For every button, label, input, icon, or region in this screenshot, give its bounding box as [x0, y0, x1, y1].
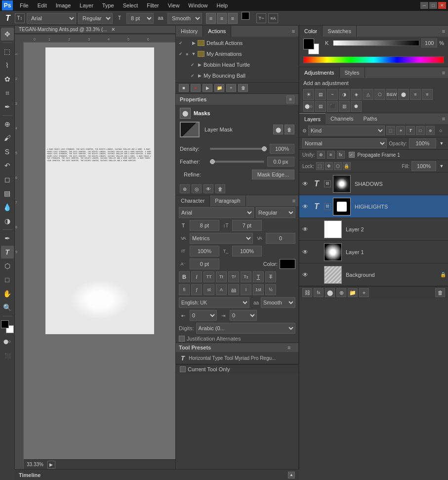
- tool-preset-item[interactable]: T Horizontal Type Tool Myriad Pro Regu..…: [176, 352, 298, 364]
- adj-invert-btn[interactable]: ⬤○: [303, 101, 314, 112]
- layer2-eye[interactable]: 👁: [301, 225, 309, 233]
- mask-edge-btn[interactable]: Mask Edge...: [252, 170, 294, 179]
- action-expand-4[interactable]: ▶: [197, 73, 203, 79]
- new-set-btn[interactable]: 📁: [214, 84, 224, 92]
- justification-check[interactable]: [179, 336, 185, 342]
- opacity-dropdown[interactable]: ▼: [438, 140, 445, 147]
- caps-btn[interactable]: I: [241, 284, 251, 295]
- scale-h-input[interactable]: 100%: [232, 246, 262, 257]
- screen-mode-btn[interactable]: ⬛: [1, 349, 14, 362]
- lock-move-btn[interactable]: ✥: [325, 162, 333, 170]
- lock-artboard-btn[interactable]: ⬡: [334, 162, 342, 170]
- color-swatch[interactable]: [242, 12, 254, 25]
- lasso-tool[interactable]: ⌇: [1, 59, 14, 72]
- adjustments-tab[interactable]: Adjustments: [299, 67, 340, 78]
- tool-presets-menu[interactable]: ≡: [287, 345, 295, 350]
- adj-channelmixer-btn[interactable]: ≡: [410, 89, 421, 100]
- path-select-tool[interactable]: ⬡: [1, 260, 14, 272]
- canvas-content[interactable]: A BABY MAKES LOVE STRONGER, THE DAYS SHO…: [24, 43, 175, 459]
- bobbin-head-row[interactable]: ✓ ▶ Bobbin Head Turtle: [176, 59, 298, 70]
- add-mask-btn[interactable]: ⬤: [325, 288, 335, 297]
- adj-bw-btn[interactable]: B&W: [386, 89, 397, 100]
- close-button[interactable]: ✕: [438, 2, 446, 9]
- shadows-eye[interactable]: 👁: [301, 180, 309, 188]
- adj-posterize-btn[interactable]: ▤: [315, 101, 326, 112]
- filter-shape-icon[interactable]: □: [416, 126, 425, 135]
- density-slider[interactable]: [210, 148, 267, 150]
- action-expand-3[interactable]: ▶: [197, 62, 203, 68]
- adj-selectivecolor-btn[interactable]: ⬟: [351, 101, 362, 112]
- fg-color-display[interactable]: [303, 39, 314, 49]
- layer1-eye[interactable]: 👁: [301, 248, 309, 256]
- new-group-btn[interactable]: 📁: [348, 288, 358, 297]
- indent-select-2[interactable]: 0: [230, 310, 257, 321]
- layers-menu-btn[interactable]: ≡: [439, 116, 448, 122]
- character-tab[interactable]: Character: [176, 195, 210, 206]
- adj-threshold-btn[interactable]: ⬛: [327, 101, 338, 112]
- filter-pixel-icon[interactable]: ⬚: [386, 126, 395, 135]
- st-btn[interactable]: st: [204, 284, 214, 295]
- leading-input[interactable]: 7 pt: [232, 220, 262, 231]
- scale-v-input[interactable]: 100%: [190, 246, 219, 257]
- shadows-layer-row[interactable]: 👁 T ⛓ SHADOWS: [299, 173, 448, 195]
- eyedropper-tool[interactable]: ✒: [1, 100, 14, 113]
- foreground-color-swatch[interactable]: [1, 320, 9, 328]
- char-font-style[interactable]: Regular: [256, 207, 295, 218]
- styles-tab[interactable]: Styles: [340, 67, 365, 78]
- play-btn[interactable]: ▶: [203, 84, 212, 92]
- italic-btn[interactable]: I: [191, 271, 202, 282]
- healing-brush-tool[interactable]: ⊕: [1, 118, 14, 131]
- actions-menu-btn[interactable]: ≡: [288, 26, 298, 36]
- color-menu-btn[interactable]: ≡: [439, 28, 448, 34]
- new-action-btn[interactable]: +: [226, 84, 236, 92]
- layer1-row[interactable]: 👁 Layer 1: [299, 241, 448, 263]
- record-btn[interactable]: ●: [191, 84, 201, 92]
- opacity-value[interactable]: 100%: [409, 138, 436, 148]
- k-value-input[interactable]: [421, 39, 437, 47]
- dodge-tool[interactable]: ◑: [1, 215, 14, 227]
- paths-tab[interactable]: Paths: [359, 113, 382, 124]
- standard-lig-btn[interactable]: ƒ: [191, 284, 202, 295]
- menu-edit[interactable]: Edit: [34, 1, 51, 9]
- my-animations-row[interactable]: ✓ ■ ▼ My Animations: [176, 48, 298, 59]
- unify-style-btn[interactable]: ≡: [327, 151, 335, 159]
- adj-gradientmap-btn[interactable]: ▥: [339, 101, 350, 112]
- delete-action-btn[interactable]: 🗑: [238, 84, 248, 92]
- language-select[interactable]: English: UK: [179, 297, 249, 308]
- action-expand-1[interactable]: ▶: [191, 40, 197, 46]
- strikethrough-btn[interactable]: T: [265, 271, 276, 282]
- properties-menu[interactable]: ≡: [286, 95, 294, 103]
- history-brush-tool[interactable]: ↶: [1, 159, 14, 172]
- swatches-tab[interactable]: Swatches: [323, 26, 357, 37]
- adj-exposure-btn[interactable]: ◑: [339, 89, 350, 100]
- clone-stamp-tool[interactable]: S: [1, 145, 14, 158]
- frac-btn[interactable]: ½: [265, 284, 276, 295]
- filter-select[interactable]: Kind: [308, 126, 385, 135]
- indent-select-1[interactable]: 0: [190, 310, 217, 321]
- adj-menu-btn[interactable]: ≡: [439, 70, 448, 76]
- minimize-button[interactable]: ─: [420, 2, 428, 9]
- font-family-select[interactable]: Arial: [27, 13, 76, 24]
- menu-window[interactable]: Window: [184, 1, 211, 9]
- stop-btn[interactable]: ■: [179, 84, 189, 92]
- mask-icon-visibility[interactable]: 👁: [204, 184, 213, 193]
- char-panel-menu[interactable]: ≡: [289, 195, 298, 206]
- menu-file[interactable]: File: [16, 1, 33, 9]
- blur-tool[interactable]: 💧: [1, 201, 14, 214]
- pen-tool[interactable]: ✒: [1, 232, 14, 245]
- lock-all-btn[interactable]: 🔒: [343, 162, 351, 170]
- fill-dropdown[interactable]: ▼: [438, 163, 445, 170]
- brush-tool[interactable]: 🖌: [1, 131, 14, 144]
- unify-fx-btn[interactable]: fx: [337, 151, 345, 159]
- kerning-input[interactable]: 0: [266, 233, 295, 244]
- filter-smart-icon[interactable]: ⊕: [426, 126, 435, 135]
- mask-apply-btn[interactable]: ⬤: [273, 125, 283, 134]
- mask-icon-delete[interactable]: 🗑: [215, 184, 225, 193]
- marquee-tool[interactable]: ⬚: [1, 45, 14, 58]
- align-center-btn[interactable]: ≡: [217, 13, 227, 24]
- my-bouncing-ball-row[interactable]: ✓ ▶ My Bouncing Ball: [176, 70, 298, 81]
- lock-pixels-btn[interactable]: ⬚: [316, 162, 324, 170]
- highlights-layer-row[interactable]: 👁 T ⛓ HIGHLIGHTS: [299, 195, 448, 218]
- current-tool-check[interactable]: [180, 366, 186, 372]
- new-adj-btn[interactable]: ⊕: [336, 288, 346, 297]
